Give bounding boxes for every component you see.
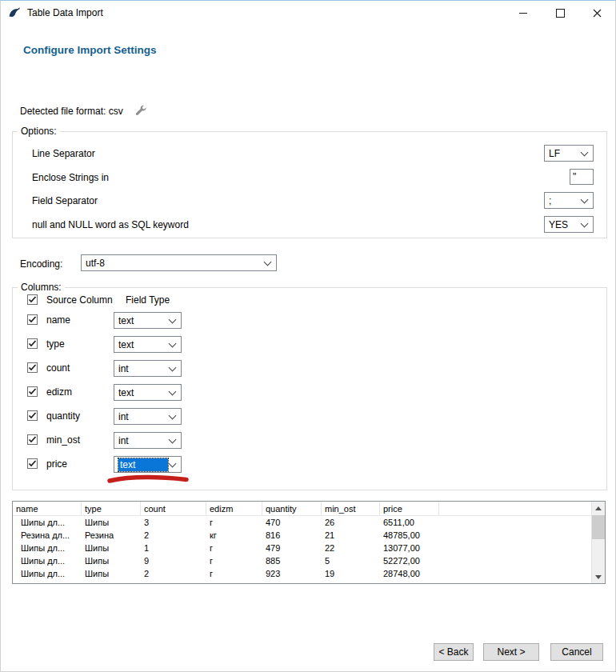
preview-cell: г — [206, 554, 262, 567]
column-label: name — [46, 314, 70, 326]
column-label: price — [46, 458, 67, 470]
back-button[interactable]: < Back — [434, 643, 474, 661]
checkbox-quantity[interactable] — [27, 410, 38, 421]
checkbox-price[interactable] — [27, 458, 38, 469]
field-type-header: Field Type — [126, 294, 170, 306]
arrow-up-icon — [595, 506, 602, 510]
table-row[interactable]: Шипы дл... Шипы 9 г 885 5 52272,00 — [13, 554, 605, 567]
preview-cell: Резина — [82, 529, 141, 542]
preview-cell: 2 — [141, 567, 206, 580]
detected-format-label: Detected file format: csv — [20, 106, 123, 117]
checkbox-edizm[interactable] — [27, 386, 38, 397]
maximize-button[interactable] — [542, 1, 578, 25]
preview-cell: г — [206, 567, 262, 580]
column-row-price: price text — [13, 456, 606, 473]
preview-header-filler — [439, 502, 605, 515]
field-type-select-name[interactable]: text — [114, 312, 182, 329]
checkbox-source-column-header[interactable] — [27, 294, 38, 305]
table-row[interactable]: Шипы дл... Шипы 2 г 923 19 28748,00 — [13, 567, 605, 580]
preview-cell: г — [206, 542, 262, 554]
scrollbar-thumb[interactable] — [592, 515, 605, 539]
red-underline-annotation — [107, 474, 189, 485]
checkbox-type[interactable] — [27, 338, 38, 349]
option-row-line-separator: Line Separator LF — [13, 145, 606, 162]
preview-cell: г — [206, 516, 262, 529]
preview-header-cell[interactable]: min_ost — [322, 502, 380, 515]
checkbox-count[interactable] — [27, 362, 38, 373]
preview-cell: 9 — [141, 554, 206, 567]
options-legend: Options: — [18, 126, 60, 137]
checkbox-min-ost[interactable] — [27, 434, 38, 445]
preview-header-cell[interactable]: edizm — [206, 502, 262, 515]
column-row-name: name text — [13, 312, 606, 329]
titlebar: Table Data Import — [1, 1, 615, 25]
preview-cell: Шипы дл... — [13, 554, 82, 567]
source-column-header: Source Column — [46, 294, 113, 306]
preview-cell: 26 — [322, 516, 380, 529]
chevron-down-icon — [169, 315, 177, 323]
line-separator-label: Line Separator — [32, 148, 95, 159]
preview-cell: Шипы дл... — [13, 516, 82, 529]
check-icon — [28, 295, 37, 304]
scrollbar-down-button[interactable] — [592, 570, 605, 583]
preview-scrollbar[interactable] — [591, 502, 605, 583]
line-separator-select[interactable]: LF — [544, 145, 594, 162]
preview-cell: Шипы — [82, 516, 141, 529]
preview-cell: 923 — [262, 567, 322, 580]
scrollbar-up-button[interactable] — [592, 502, 605, 514]
null-keyword-select[interactable]: YES — [544, 216, 594, 233]
check-icon — [28, 339, 37, 348]
minimize-button[interactable] — [505, 1, 542, 25]
preview-header-cell[interactable]: quantity — [262, 502, 322, 515]
check-icon — [28, 315, 37, 324]
window-controls — [505, 1, 615, 25]
field-type-select-quantity[interactable]: int — [114, 408, 182, 425]
preview-header-cell[interactable]: name — [13, 502, 82, 515]
preview-header-row: name type count edizm quantity min_ost p… — [13, 502, 605, 516]
field-type-select-edizm[interactable]: text — [114, 384, 182, 401]
column-row-count: count int — [13, 360, 606, 377]
preview-header-cell[interactable]: type — [82, 502, 141, 515]
preview-cell: 19 — [322, 567, 380, 580]
detected-format-row: Detected file format: csv — [20, 105, 147, 117]
preview-cell: 52272,00 — [380, 554, 439, 567]
checkbox-name[interactable] — [27, 314, 38, 325]
table-row[interactable]: Шипы дл... Шипы 1 г 479 22 13077,00 — [13, 542, 605, 554]
field-separator-label: Field Separator — [32, 195, 98, 206]
chevron-down-icon — [581, 148, 589, 156]
column-label: quantity — [46, 410, 80, 422]
field-type-select-type[interactable]: text — [114, 336, 182, 353]
chevron-down-icon — [169, 387, 177, 395]
field-separator-select[interactable]: ; — [544, 192, 594, 209]
wrench-icon[interactable] — [134, 105, 147, 117]
next-button[interactable]: Next > — [483, 643, 539, 661]
table-data-import-window: Table Data Import Configure Import Setti… — [0, 0, 616, 672]
preview-cell: 28748,00 — [380, 567, 439, 580]
encoding-select[interactable]: utf-8 — [81, 254, 277, 271]
preview-cell: 5 — [322, 554, 380, 567]
field-type-select-min-ost[interactable]: int — [114, 432, 182, 449]
preview-header-cell[interactable]: count — [141, 502, 206, 515]
chevron-down-icon — [169, 339, 177, 347]
chevron-down-icon — [264, 258, 272, 266]
field-type-select-price[interactable]: text — [114, 456, 182, 473]
preview-header-cell[interactable]: price — [380, 502, 439, 515]
column-label: min_ost — [46, 434, 80, 446]
window-title: Table Data Import — [27, 7, 103, 18]
preview-cell: Шипы — [82, 554, 141, 567]
column-row-quantity: quantity int — [13, 408, 606, 425]
preview-cell: 470 — [262, 516, 322, 529]
table-row[interactable]: Резина дл... Резина 2 кг 816 21 48785,00 — [13, 529, 605, 542]
preview-cell: 48785,00 — [380, 529, 439, 542]
table-row[interactable]: Шипы дл... Шипы 3 г 470 26 6511,00 — [13, 516, 605, 529]
chevron-down-icon — [169, 411, 177, 419]
column-label: type — [46, 338, 65, 350]
close-button[interactable] — [578, 1, 615, 25]
check-icon — [28, 363, 37, 372]
preview-cell: 2 — [141, 529, 206, 542]
field-type-select-count[interactable]: int — [114, 360, 182, 377]
preview-cell: 1 — [141, 542, 206, 554]
preview-cell: 22 — [322, 542, 380, 554]
enclose-strings-input[interactable] — [570, 169, 594, 185]
cancel-button[interactable]: Cancel — [550, 643, 603, 661]
